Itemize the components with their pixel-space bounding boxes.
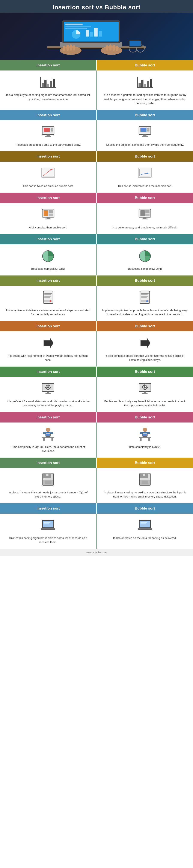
svg-rect-109 (46, 434, 50, 436)
svg-rect-4 (66, 24, 83, 25)
svg-rect-51 (44, 210, 48, 216)
svg-point-71 (49, 300, 51, 302)
svg-rect-75 (141, 296, 148, 297)
section-7: Insertion sortBubble sort It is stable w… (0, 321, 193, 367)
section-content-10: In place, it means this sort needs just … (0, 468, 193, 503)
section-3-bubble-icon (137, 166, 154, 181)
section-11-bubble-icon (137, 518, 154, 533)
section-10: Insertion sortBubble sort In place, it m… (0, 458, 193, 503)
svg-marker-79 (44, 338, 53, 348)
section-9-insertion-content: Time complexity is O(n+d). Here, the d d… (0, 423, 96, 458)
section-content-9: Time complexity is O(n+d). Here, the d d… (0, 423, 193, 458)
section-header-8: Insertion sortBubble sort (0, 367, 193, 377)
svg-rect-139 (141, 523, 146, 524)
svg-rect-54 (46, 217, 50, 219)
svg-rect-126 (143, 474, 145, 476)
section-4-bubble-header: Bubble sort (97, 193, 193, 203)
page-header: Insertion sort vs Bubble sort (0, 0, 193, 13)
svg-rect-66 (44, 293, 52, 293)
svg-rect-19 (109, 44, 112, 51)
section-8-insertion-header: Insertion sort (0, 367, 96, 377)
section-10-insertion-content: In place, it means this sort needs just … (0, 468, 96, 503)
svg-rect-76 (141, 298, 147, 298)
svg-rect-131 (43, 522, 50, 523)
svg-rect-74 (141, 294, 148, 295)
section-3: Insertion sortBubble sort This sort is t… (0, 151, 193, 193)
section-9: Insertion sortBubble sort Time complexit… (0, 412, 193, 458)
svg-rect-37 (147, 128, 150, 130)
section-1-insertion-content: It is a simple type of sorting algorithm… (0, 70, 96, 110)
svg-rect-104 (50, 432, 53, 434)
section-1-bubble-header: Bubble sort (97, 60, 193, 70)
svg-rect-121 (46, 474, 48, 476)
svg-rect-96 (144, 389, 145, 390)
section-4-insertion-text: A bit complex than bubble sort. (5, 225, 91, 230)
svg-rect-32 (46, 134, 50, 136)
svg-rect-115 (140, 438, 142, 441)
svg-rect-15 (67, 45, 69, 51)
section-header-1: Insertion sortBubble sort (0, 60, 193, 70)
section-3-bubble-text: This sort is leisurelier than the insert… (102, 184, 188, 188)
svg-rect-53 (49, 214, 53, 216)
section-2-bubble-text: Checks the adjacent items and then swaps… (102, 143, 188, 147)
section-9-bubble-text: Time complexity is O(n^2). (102, 445, 188, 449)
svg-rect-99 (144, 392, 146, 393)
svg-point-48 (147, 173, 148, 174)
svg-rect-8 (90, 32, 93, 36)
section-7-bubble-text: It also defines a stable sort that will … (102, 354, 188, 362)
svg-rect-7 (86, 30, 89, 36)
svg-rect-38 (147, 130, 150, 131)
svg-rect-73 (141, 293, 149, 293)
section-7-bubble-content: It also defines a stable sort that will … (97, 331, 193, 366)
section-header-9: Insertion sortBubble sort (0, 412, 193, 423)
svg-rect-106 (43, 438, 45, 441)
hero-illustration (43, 14, 150, 59)
svg-rect-118 (143, 434, 147, 436)
section-10-insertion-icon (39, 472, 56, 487)
svg-rect-133 (43, 525, 49, 525)
svg-rect-55 (45, 219, 51, 219)
section-10-bubble-header: Bubble sort (97, 458, 193, 468)
section-header-10: Insertion sortBubble sort (0, 458, 193, 468)
page-title: Insertion sort vs Bubble sort (2, 4, 191, 11)
svg-rect-69 (44, 298, 50, 298)
svg-rect-61 (143, 217, 147, 219)
section-2-insertion-content: Relocates an item at a time to the partl… (0, 120, 96, 151)
svg-rect-30 (51, 128, 53, 130)
hero-image (0, 13, 193, 60)
section-1-insertion-text: It is a simple type of sorting algorithm… (5, 93, 91, 101)
section-4: Insertion sortBubble sort A bit complex … (0, 193, 193, 234)
section-11: Insertion sortBubble sort Online: this s… (0, 503, 193, 549)
section-10-bubble-content: In place, it means using no auxiliary ty… (97, 468, 193, 503)
section-content-3: This sort is twice as quick as bubble so… (0, 162, 193, 193)
svg-rect-128 (142, 480, 148, 484)
section-9-insertion-icon (39, 427, 56, 442)
section-content-1: It is a simple type of sorting algorithm… (0, 70, 193, 110)
section-3-insertion-content: This sort is twice as quick as bubble so… (0, 162, 96, 192)
section-6-bubble-icon (137, 290, 154, 305)
section-5-insertion-content: Best case complexity: O(N) (0, 244, 96, 275)
svg-rect-105 (42, 437, 54, 438)
svg-rect-68 (44, 296, 51, 297)
section-header-6: Insertion sortBubble sort (0, 276, 193, 286)
section-8-insertion-text: It is proficient for small data sets and… (5, 399, 91, 408)
section-6-bubble-text: Implements optimized approach, have fewe… (102, 308, 188, 316)
section-5-bubble-content: Best case complexity: O(N) (97, 244, 193, 275)
svg-rect-88 (50, 387, 51, 388)
section-6-bubble-content: Implements optimized approach, have fewe… (97, 286, 193, 321)
section-10-insertion-text: In place, it means this sort needs just … (5, 490, 91, 499)
section-content-6: It is adaptive as it delivers a minimum … (0, 286, 193, 321)
section-6-bubble-header: Bubble sort (97, 276, 193, 286)
section-6-insertion-header: Insertion sort (0, 276, 96, 286)
section-11-insertion-content: Online: this sorting algorithm is able t… (0, 514, 96, 549)
svg-rect-29 (44, 128, 50, 132)
section-9-bubble-icon (137, 427, 154, 442)
svg-rect-90 (45, 393, 51, 394)
svg-rect-36 (141, 128, 147, 132)
section-2-bubble-icon (137, 125, 154, 140)
section-2-insertion-icon (39, 125, 56, 140)
section-4-bubble-text: It is quite an easy and simple one, not … (102, 225, 188, 230)
svg-rect-31 (51, 130, 53, 131)
svg-rect-39 (143, 134, 147, 136)
section-header-2: Insertion sortBubble sort (0, 110, 193, 120)
